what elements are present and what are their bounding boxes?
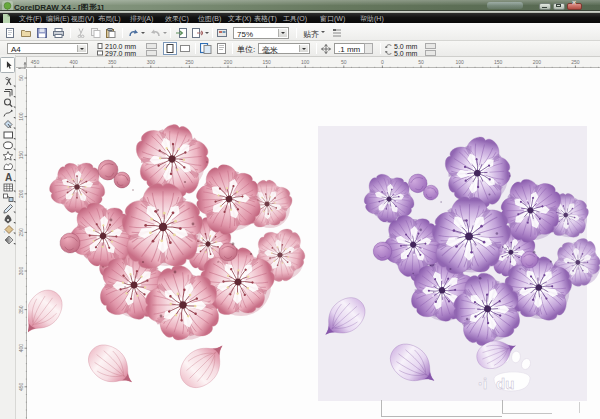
svg-text:du: du (496, 375, 514, 392)
svg-text:A: A (5, 172, 12, 183)
svg-text:250: 250 (185, 59, 194, 65)
svg-text:350: 350 (18, 305, 24, 314)
svg-text:100: 100 (18, 112, 24, 121)
svg-text:150: 150 (262, 59, 271, 65)
svg-text:300: 300 (18, 267, 24, 276)
svg-text:250: 250 (571, 59, 580, 65)
svg-text:100: 100 (301, 59, 310, 65)
svg-text:0: 0 (381, 59, 384, 65)
svg-text:50: 50 (341, 59, 347, 65)
svg-text:250: 250 (18, 228, 24, 237)
svg-text:450: 450 (31, 59, 40, 65)
svg-text:300: 300 (147, 59, 156, 65)
svg-text:400: 400 (18, 344, 24, 353)
svg-text:200: 200 (224, 59, 233, 65)
svg-text:200: 200 (533, 59, 542, 65)
svg-text:350: 350 (108, 59, 117, 65)
svg-text:450: 450 (18, 382, 24, 391)
svg-text:150: 150 (18, 151, 24, 160)
svg-text:50: 50 (418, 59, 424, 65)
svg-text:200: 200 (18, 189, 24, 198)
svg-text:·i: ·i (478, 375, 487, 392)
svg-text:150: 150 (494, 59, 503, 65)
svg-text:400: 400 (69, 59, 78, 65)
svg-text:100: 100 (455, 59, 464, 65)
svg-text:50: 50 (18, 75, 24, 81)
